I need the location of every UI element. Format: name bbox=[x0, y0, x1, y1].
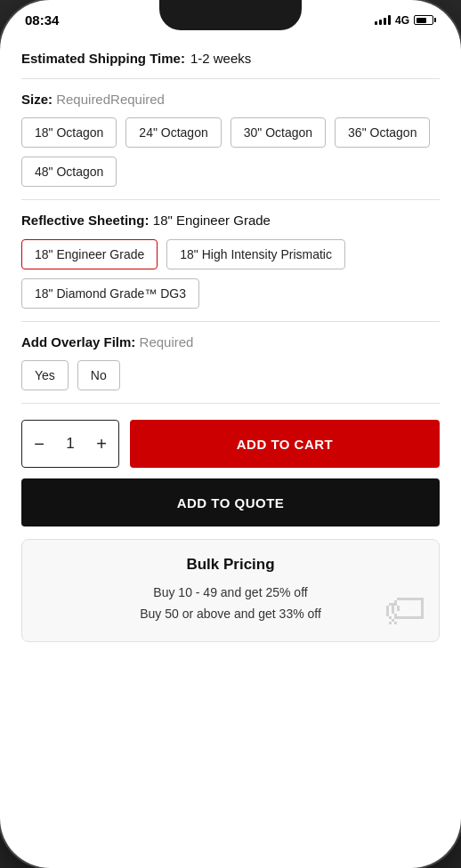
overlay-label: Add Overlay Film: bbox=[21, 334, 135, 350]
divider-1 bbox=[21, 78, 440, 79]
quantity-decrement-button[interactable]: − bbox=[22, 421, 56, 467]
signal-bars-icon bbox=[375, 15, 391, 25]
signal-bar-4 bbox=[388, 15, 391, 25]
reflective-label: Reflective Sheeting: bbox=[21, 213, 149, 228]
shipping-label: Estimated Shipping Time: bbox=[21, 51, 185, 66]
discount-tag-icon: 🏷 bbox=[384, 585, 426, 634]
screen-content: Estimated Shipping Time: 1-2 weeks Size:… bbox=[0, 35, 461, 868]
signal-bar-3 bbox=[384, 18, 386, 25]
reflective-options: 18" Engineer Grade 18" High Intensity Pr… bbox=[21, 239, 440, 309]
reflective-option-18eg[interactable]: 18" Engineer Grade bbox=[21, 239, 158, 269]
size-options: 18" Octagon 24" Octagon 30" Octagon 36" … bbox=[21, 117, 440, 187]
add-to-cart-section: − 1 + ADD TO CART bbox=[21, 420, 440, 468]
battery-body bbox=[414, 15, 433, 25]
bulk-pricing-card: Bulk Pricing Buy 10 - 49 and get 25% off… bbox=[21, 539, 440, 642]
size-option-18oct[interactable]: 18" Octagon bbox=[21, 117, 117, 148]
divider-3 bbox=[21, 321, 440, 322]
status-icons: 4G bbox=[375, 14, 436, 27]
size-required-text: Required bbox=[110, 92, 165, 107]
overlay-title: Add Overlay Film: Required bbox=[21, 334, 440, 350]
size-label: Size: bbox=[21, 92, 53, 107]
overlay-option-no[interactable]: No bbox=[77, 360, 120, 390]
reflective-value: 18" Engineer Grade bbox=[153, 213, 271, 228]
reflective-option-18hip[interactable]: 18" High Intensity Prismatic bbox=[166, 239, 345, 269]
size-option-36oct[interactable]: 36" Octagon bbox=[335, 117, 430, 148]
size-required: Required bbox=[56, 92, 110, 107]
quantity-control: − 1 + bbox=[21, 420, 119, 468]
size-option-30oct[interactable]: 30" Octagon bbox=[230, 117, 326, 148]
divider-2 bbox=[21, 199, 440, 200]
bulk-pricing-title: Bulk Pricing bbox=[40, 556, 421, 574]
status-bar: 08:34 4G bbox=[0, 0, 461, 35]
size-section: Size: RequiredRequired 18" Octagon 24" O… bbox=[21, 92, 440, 187]
signal-bar-2 bbox=[379, 20, 382, 25]
signal-bar-1 bbox=[375, 21, 377, 25]
bulk-pricing-row-1: Buy 10 - 49 and get 25% off bbox=[40, 583, 421, 604]
size-option-48oct[interactable]: 48" Octagon bbox=[21, 157, 117, 187]
overlay-option-yes[interactable]: Yes bbox=[21, 360, 69, 390]
battery-icon bbox=[414, 15, 436, 25]
battery-tip bbox=[434, 18, 436, 22]
shipping-value: 1-2 weeks bbox=[190, 51, 251, 66]
bulk-pricing-row-2: Buy 50 or above and get 33% off bbox=[40, 604, 421, 625]
battery-fill bbox=[417, 18, 427, 23]
reflective-option-18dg3[interactable]: 18" Diamond Grade™ DG3 bbox=[21, 278, 199, 309]
status-time: 08:34 bbox=[25, 12, 59, 28]
network-label: 4G bbox=[395, 14, 409, 27]
overlay-film-section: Add Overlay Film: Required Yes No bbox=[21, 334, 440, 390]
reflective-sheeting-section: Reflective Sheeting: 18" Engineer Grade … bbox=[21, 213, 440, 309]
add-to-quote-button[interactable]: ADD TO QUOTE bbox=[21, 478, 440, 526]
phone-shell: 08:34 4G Estimated Shipping Time: 1-2 we… bbox=[0, 0, 461, 868]
shipping-info: Estimated Shipping Time: 1-2 weeks bbox=[21, 51, 440, 66]
size-option-24oct[interactable]: 24" Octagon bbox=[125, 117, 221, 148]
quantity-increment-button[interactable]: + bbox=[85, 421, 118, 467]
size-title: Size: RequiredRequired bbox=[21, 92, 440, 107]
divider-4 bbox=[21, 403, 440, 404]
reflective-heading-row: Reflective Sheeting: 18" Engineer Grade bbox=[21, 213, 440, 229]
add-to-cart-button[interactable]: ADD TO CART bbox=[130, 420, 440, 468]
overlay-options: Yes No bbox=[21, 360, 440, 390]
overlay-required: Required bbox=[140, 334, 194, 350]
quantity-value: 1 bbox=[56, 435, 85, 453]
